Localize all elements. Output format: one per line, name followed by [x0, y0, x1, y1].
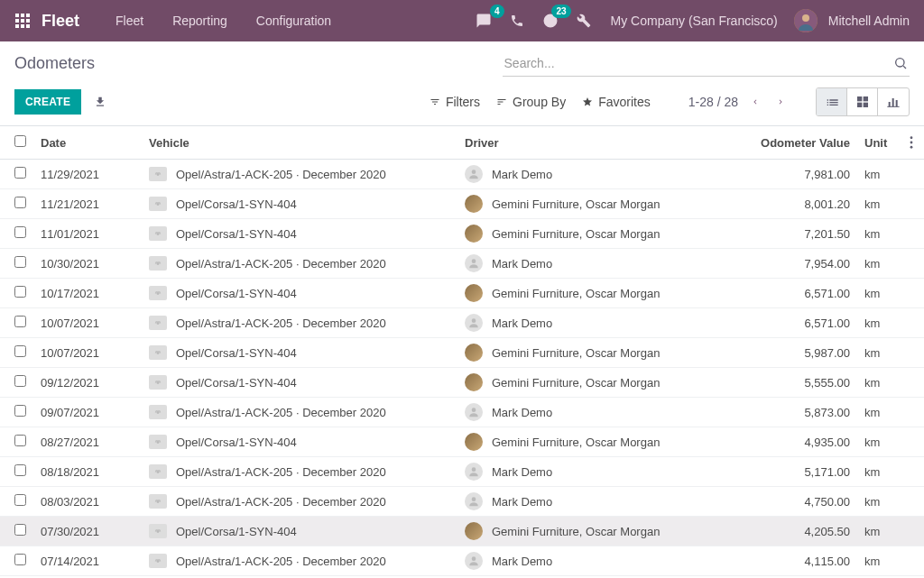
row-checkbox[interactable]	[14, 316, 26, 327]
download-icon[interactable]	[88, 92, 112, 112]
cell-vehicle[interactable]: Opel/Corsa/1-SYN-404	[176, 346, 297, 360]
cell-odometer[interactable]: 4,115.00	[749, 546, 857, 576]
user-avatar[interactable]	[794, 9, 818, 32]
cell-date[interactable]: 11/21/2021	[33, 189, 142, 219]
cell-vehicle[interactable]: Opel/Corsa/1-SYN-404	[176, 197, 297, 211]
table-row[interactable]: 09/07/2021Opel/Astra/1-ACK-205 · Decembe…	[0, 398, 924, 427]
cell-vehicle[interactable]: Opel/Astra/1-ACK-205 · December 2020	[176, 257, 386, 271]
cell-date[interactable]: 08/18/2021	[33, 457, 142, 487]
row-checkbox[interactable]	[14, 554, 26, 565]
header-options[interactable]	[902, 126, 924, 160]
cell-odometer[interactable]: 7,201.50	[749, 219, 857, 249]
table-row[interactable]: 10/17/2021Opel/Corsa/1-SYN-404Gemini Fur…	[0, 279, 924, 308]
header-odometer[interactable]: Odometer Value	[749, 126, 857, 160]
menu-configuration[interactable]: Configuration	[242, 0, 346, 41]
cell-driver[interactable]: Gemini Furniture, Oscar Morgan	[492, 346, 660, 360]
cell-unit[interactable]: km	[857, 279, 902, 308]
menu-fleet[interactable]: Fleet	[101, 0, 158, 41]
cell-unit[interactable]: km	[857, 517, 902, 546]
activities-icon[interactable]: 23	[539, 9, 562, 32]
apps-icon[interactable]	[14, 13, 31, 29]
row-checkbox[interactable]	[14, 345, 26, 357]
table-row[interactable]: 08/27/2021Opel/Corsa/1-SYN-404Gemini Fur…	[0, 427, 924, 457]
table-row[interactable]: 09/12/2021Opel/Corsa/1-SYN-404Gemini Fur…	[0, 368, 924, 398]
cell-date[interactable]: 08/27/2021	[33, 427, 142, 457]
row-checkbox[interactable]	[14, 405, 26, 417]
row-checkbox[interactable]	[14, 286, 26, 298]
table-row[interactable]: 08/03/2021Opel/Astra/1-ACK-205 · Decembe…	[0, 487, 924, 517]
cell-vehicle[interactable]: Opel/Corsa/1-SYN-404	[176, 287, 297, 300]
pager-next-icon[interactable]	[772, 92, 789, 112]
cell-date[interactable]: 07/14/2021	[33, 546, 142, 576]
cell-odometer[interactable]: 5,873.00	[749, 398, 857, 427]
cell-unit[interactable]: km	[857, 338, 902, 368]
cell-unit[interactable]: km	[857, 427, 902, 457]
cell-odometer[interactable]: 4,750.00	[749, 487, 857, 517]
cell-unit[interactable]: km	[857, 457, 902, 487]
cell-vehicle[interactable]: Opel/Corsa/1-SYN-404	[176, 376, 297, 390]
messages-icon[interactable]: 4	[472, 9, 495, 32]
table-row[interactable]: 07/30/2021Opel/Corsa/1-SYN-404Gemini Fur…	[0, 517, 924, 546]
favorites-button[interactable]: Favorites	[582, 95, 651, 109]
row-checkbox[interactable]	[14, 494, 26, 506]
search-icon[interactable]	[893, 56, 908, 70]
view-kanban-icon[interactable]	[847, 88, 878, 115]
table-row[interactable]: 10/30/2021Opel/Astra/1-ACK-205 · Decembe…	[0, 249, 924, 279]
view-list-icon[interactable]	[817, 88, 847, 115]
cell-odometer[interactable]: 4,935.00	[749, 427, 857, 457]
row-checkbox[interactable]	[14, 375, 26, 387]
phone-icon[interactable]	[506, 10, 528, 32]
cell-driver[interactable]: Mark Demo	[492, 465, 552, 479]
cell-date[interactable]: 08/03/2021	[33, 487, 142, 517]
cell-date[interactable]: 10/30/2021	[33, 249, 142, 279]
cell-driver[interactable]: Gemini Furniture, Oscar Morgan	[492, 436, 660, 449]
row-checkbox[interactable]	[14, 435, 26, 446]
cell-vehicle[interactable]: Opel/Corsa/1-SYN-404	[176, 227, 297, 241]
cell-date[interactable]: 09/07/2021	[33, 398, 142, 427]
header-vehicle[interactable]: Vehicle	[142, 126, 457, 160]
cell-vehicle[interactable]: Opel/Astra/1-ACK-205 · December 2020	[176, 555, 386, 568]
cell-odometer[interactable]: 5,987.00	[749, 338, 857, 368]
cell-odometer[interactable]: 5,555.00	[749, 368, 857, 398]
select-all-checkbox[interactable]	[14, 135, 26, 147]
cell-date[interactable]: 10/07/2021	[33, 338, 142, 368]
cell-vehicle[interactable]: Opel/Corsa/1-SYN-404	[176, 436, 297, 449]
row-checkbox[interactable]	[14, 167, 26, 179]
cell-date[interactable]: 09/12/2021	[33, 368, 142, 398]
cell-vehicle[interactable]: Opel/Astra/1-ACK-205 · December 2020	[176, 168, 386, 181]
cell-date[interactable]: 10/07/2021	[33, 308, 142, 338]
cell-vehicle[interactable]: Opel/Astra/1-ACK-205 · December 2020	[176, 406, 386, 419]
cell-odometer[interactable]: 5,171.00	[749, 457, 857, 487]
cell-driver[interactable]: Mark Demo	[492, 257, 552, 271]
debug-icon[interactable]	[573, 10, 595, 32]
cell-vehicle[interactable]: Opel/Astra/1-ACK-205 · December 2020	[176, 465, 386, 479]
groupby-button[interactable]: Group By	[496, 95, 566, 109]
cell-unit[interactable]: km	[857, 219, 902, 249]
row-checkbox[interactable]	[14, 226, 26, 238]
filters-button[interactable]: Filters	[430, 95, 480, 109]
cell-driver[interactable]: Mark Demo	[492, 406, 552, 419]
cell-unit[interactable]: km	[857, 308, 902, 338]
table-row[interactable]: 10/07/2021Opel/Astra/1-ACK-205 · Decembe…	[0, 308, 924, 338]
cell-unit[interactable]: km	[857, 487, 902, 517]
row-checkbox[interactable]	[14, 256, 26, 268]
cell-odometer[interactable]: 6,571.00	[749, 308, 857, 338]
table-wrap[interactable]: Date Vehicle Driver Odometer Value Unit …	[0, 126, 924, 578]
cell-driver[interactable]: Mark Demo	[492, 168, 552, 181]
table-row[interactable]: 11/29/2021Opel/Astra/1-ACK-205 · Decembe…	[0, 160, 924, 189]
cell-odometer[interactable]: 8,001.20	[749, 189, 857, 219]
brand[interactable]: Fleet	[42, 12, 79, 31]
table-row[interactable]: 11/21/2021Opel/Corsa/1-SYN-404Gemini Fur…	[0, 189, 924, 219]
header-driver[interactable]: Driver	[457, 126, 749, 160]
company-selector[interactable]: My Company (San Francisco)	[611, 14, 778, 28]
cell-driver[interactable]: Gemini Furniture, Oscar Morgan	[492, 525, 660, 538]
cell-odometer[interactable]: 6,571.00	[749, 279, 857, 308]
view-graph-icon[interactable]	[878, 88, 909, 115]
pager-text[interactable]: 1-28 / 28	[688, 95, 738, 109]
table-row[interactable]: 07/14/2021Opel/Astra/1-ACK-205 · Decembe…	[0, 546, 924, 576]
cell-unit[interactable]: km	[857, 160, 902, 189]
cell-driver[interactable]: Gemini Furniture, Oscar Morgan	[492, 197, 660, 211]
cell-date[interactable]: 11/01/2021	[33, 219, 142, 249]
row-checkbox[interactable]	[14, 524, 26, 536]
cell-date[interactable]: 10/17/2021	[33, 279, 142, 308]
